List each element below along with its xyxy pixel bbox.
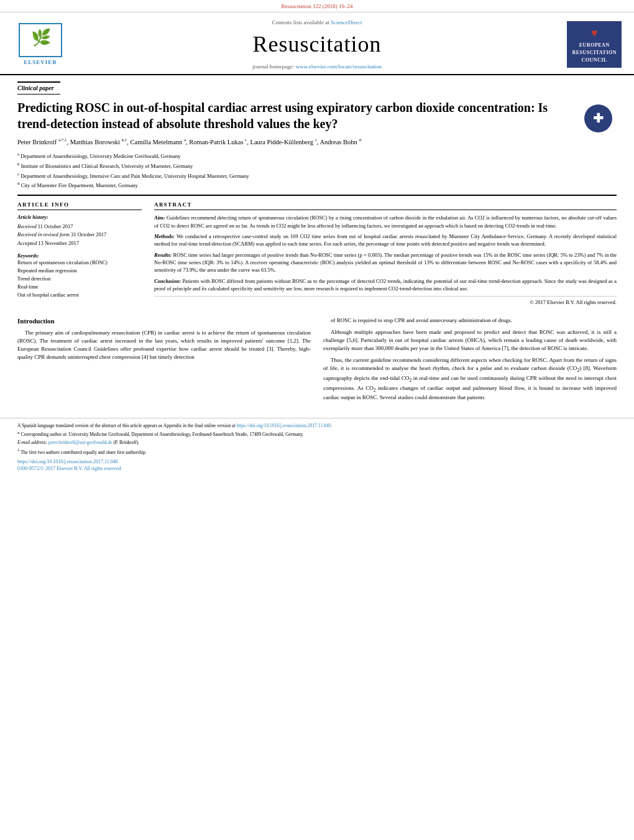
crossmark: ✚: [579, 99, 617, 137]
affil-c: c Department of Anaesthesiology, Intensi…: [17, 171, 617, 180]
article-info-header: ARTICLE INFO: [17, 201, 142, 211]
authors: Peter Brinkrolf a,*,1, Matthias Borowski…: [17, 137, 617, 147]
article-info-abstract-section: ARTICLE INFO Article history: Received 1…: [17, 195, 617, 307]
abstract-conclusion: Conclusion: Patients with ROSC differed …: [154, 277, 617, 293]
intro-para-4: Thus, the current guideline recommends c…: [323, 356, 617, 402]
article-history-label: Article history:: [17, 214, 142, 221]
abstract-header: ABSTRACT: [154, 201, 617, 211]
elsevier-logo-box: 🌿: [19, 23, 62, 57]
journal-center: Contents lists available at ScienceDirec…: [68, 19, 566, 71]
abstract-results: Results: ROSC time series had larger per…: [154, 251, 617, 274]
section-type-label: Clinical paper: [17, 81, 60, 95]
journal-citation: Resuscitation 122 (2018) 19–24: [281, 3, 352, 9]
sciencedirect-anchor[interactable]: ScienceDirect: [331, 19, 362, 25]
revised-label: Received in revised form: [17, 231, 70, 238]
keyword-2: Repeated median regression: [17, 267, 142, 275]
abstract-col: ABSTRACT Aim: Guidelines recommend detec…: [154, 201, 617, 307]
article-info-col: ARTICLE INFO Article history: Received 1…: [17, 201, 142, 307]
journal-homepage: journal homepage: www.elsevier.com/locat…: [68, 63, 566, 71]
svg-text:🌿: 🌿: [31, 27, 52, 47]
page-footer: A Spanish language translated version of…: [0, 418, 634, 476]
body-col-right: of ROSC is required to stop CPR and avoi…: [323, 316, 617, 405]
affil-b: b Institute of Biostatistics and Clinica…: [17, 161, 617, 170]
results-text: ROSC time series had larger percentages …: [154, 252, 617, 274]
abstract-aim: Aim: Guidelines recommend detecting retu…: [154, 214, 617, 229]
keyword-4: Real-time: [17, 284, 142, 291]
keyword-3: Trend detection: [17, 275, 142, 283]
methods-text: We conducted a retrospective case-contro…: [154, 233, 617, 247]
abstract-methods: Methods: We conducted a retrospective ca…: [154, 233, 617, 248]
keywords-section: Keywords: Return of spontaneous circulat…: [17, 252, 142, 299]
aim-label: Aim:: [154, 215, 165, 221]
elsevier-label: ELSEVIER: [24, 58, 57, 67]
sciencedirect-link: Contents lists available at ScienceDirec…: [68, 19, 566, 27]
footer-links: https://doi.org/10.1016/j.resuscitation.…: [17, 458, 617, 472]
doi-footnote-link[interactable]: https://doi.org/10.1016/j.resuscitation.…: [236, 423, 331, 428]
conclusion-text: Patients with ROSC differed from patient…: [154, 278, 617, 292]
spanish-footnote: A Spanish language translated version of…: [17, 422, 617, 429]
corresponding-footnote: * Corresponding author at: University Me…: [17, 431, 617, 438]
erc-logo: ♥ EUROPEAN RESUSCITATION COUNCIL: [566, 21, 622, 68]
received-label: Received: [17, 223, 37, 229]
elsevier-logo: 🌿 ELSEVIER: [12, 23, 68, 67]
journal-banner: Resuscitation 122 (2018) 19–24: [0, 0, 634, 12]
conclusion-label: Conclusion:: [154, 278, 181, 284]
page: Resuscitation 122 (2018) 19–24 🌿 ELSEVIE…: [0, 0, 634, 840]
first-author-footnote: 1 The first two authors contributed equa…: [17, 447, 617, 456]
body-section: Introduction The primary aim of cardiopu…: [17, 313, 617, 405]
intro-para-2: of ROSC is required to stop CPR and avoi…: [323, 316, 617, 325]
introduction-title: Introduction: [17, 316, 311, 326]
keywords-label: Keywords:: [17, 252, 142, 259]
keyword-1: Return of spontaneous circulation (ROSC): [17, 259, 142, 267]
erc-heart-icon: ♥: [572, 25, 617, 42]
erc-box: ♥ EUROPEAN RESUSCITATION COUNCIL: [567, 21, 622, 68]
email-footnote: E-mail address: peter.brinkrolf@uni-grei…: [17, 439, 617, 446]
email-link[interactable]: peter.brinkrolf@uni-greifswald.de: [48, 440, 113, 445]
keyword-5: Out of hospital cardiac arrest: [17, 292, 142, 299]
methods-label: Methods:: [154, 233, 175, 239]
revised-date: Received in revised form 31 October 2017: [17, 231, 142, 239]
affil-a: a Department of Anaesthesiology, Univers…: [17, 151, 617, 160]
copyright-line: © 2017 Elsevier B.V. All rights reserved…: [154, 296, 617, 307]
received-date: Received 11 October 2017: [17, 223, 142, 231]
results-label: Results:: [154, 252, 172, 258]
homepage-link[interactable]: www.elsevier.com/locate/resuscitation: [296, 63, 382, 70]
journal-title: Resuscitation: [68, 29, 566, 60]
accepted-date: Accepted 13 November 2017: [17, 240, 142, 247]
crossmark-icon: ✚: [584, 104, 612, 132]
doi-link[interactable]: https://doi.org/10.1016/j.resuscitation.…: [17, 459, 118, 464]
abstract-text: Aim: Guidelines recommend detecting retu…: [154, 214, 617, 292]
affiliations: a Department of Anaesthesiology, Univers…: [17, 151, 617, 189]
journal-header: 🌿 ELSEVIER Contents lists available at S…: [0, 12, 634, 76]
issn-text: 0300-9572/© 2017 Elsevier B.V. All right…: [17, 466, 122, 471]
affil-d: d City of Muenster Fire Department, Muen…: [17, 180, 617, 190]
accepted-label: Accepted: [17, 240, 37, 246]
aim-text: Guidelines recommend detecting return of…: [154, 215, 617, 228]
body-col-left: Introduction The primary aim of cardiopu…: [17, 316, 311, 405]
main-content: Clinical paper Predicting ROSC in out-of…: [0, 75, 634, 412]
intro-para-3: Although multiple approaches have been m…: [323, 328, 617, 353]
article-title: Predicting ROSC in out-of-hospital cardi…: [17, 99, 617, 132]
intro-para-1: The primary aim of cardiopulmonary resus…: [17, 329, 311, 361]
